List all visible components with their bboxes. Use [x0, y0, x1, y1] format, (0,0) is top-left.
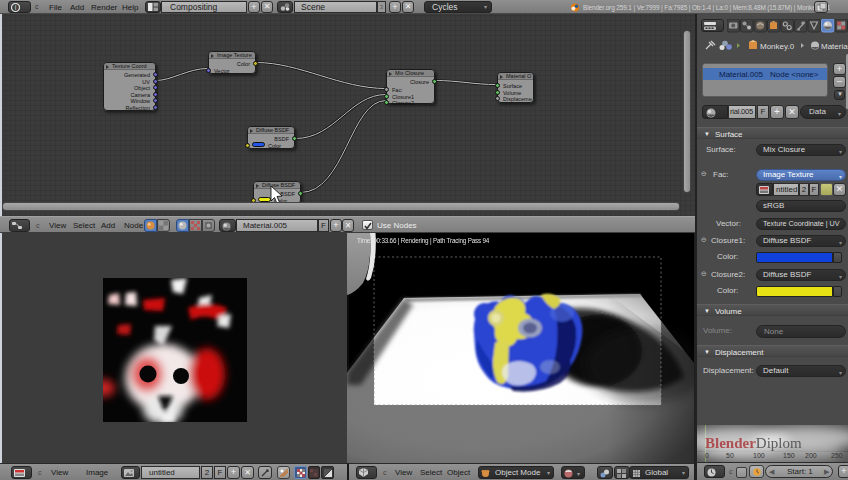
- svg-text:Material.00: Material.00: [821, 42, 848, 51]
- svg-text:Monkey.0: Monkey.0: [760, 42, 795, 51]
- svg-text:i: i: [15, 4, 17, 11]
